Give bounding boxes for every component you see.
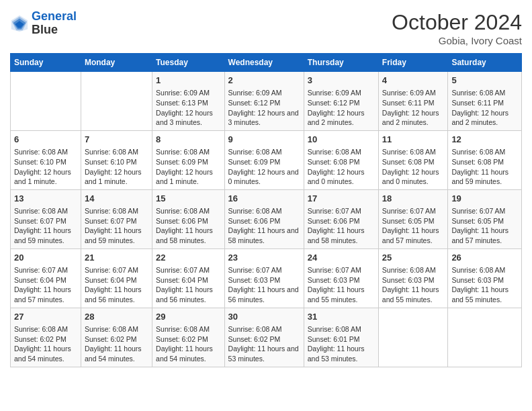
day-content: Sunrise: 6:08 AM: [228, 206, 300, 216]
day-content: Sunrise: 6:09 AM: [156, 88, 221, 98]
day-content: Sunrise: 6:08 AM: [14, 147, 77, 157]
day-content: Daylight: 11 hours and 58 minutes.: [228, 226, 300, 245]
calendar-cell: 29Sunrise: 6:08 AMSunset: 6:02 PMDayligh…: [152, 308, 225, 367]
calendar-cell: 11Sunrise: 6:08 AMSunset: 6:08 PMDayligh…: [378, 130, 448, 189]
calendar-cell: 23Sunrise: 6:07 AMSunset: 6:03 PMDayligh…: [224, 248, 304, 308]
weekday-header: Friday: [378, 54, 448, 72]
logo: General Blue: [10, 10, 77, 37]
day-content: Sunset: 6:07 PM: [14, 216, 77, 226]
day-content: Daylight: 12 hours and 3 minutes.: [156, 108, 221, 128]
calendar-week-row: 6Sunrise: 6:08 AMSunset: 6:10 PMDaylight…: [11, 130, 522, 189]
day-content: Sunset: 6:03 PM: [382, 275, 445, 285]
day-content: Sunrise: 6:08 AM: [14, 206, 77, 216]
calendar-cell: 31Sunrise: 6:08 AMSunset: 6:01 PMDayligh…: [304, 308, 378, 367]
day-number: 6: [14, 134, 77, 146]
day-content: Sunset: 6:09 PM: [228, 157, 300, 167]
weekday-header: Tuesday: [152, 54, 225, 72]
weekday-header: Saturday: [448, 54, 522, 72]
day-number: 5: [451, 75, 518, 87]
day-content: Sunset: 6:11 PM: [451, 98, 518, 108]
calendar-cell: 13Sunrise: 6:08 AMSunset: 6:07 PMDayligh…: [11, 189, 81, 248]
day-number: 25: [382, 252, 445, 264]
weekday-header: Sunday: [11, 54, 81, 72]
day-number: 19: [451, 193, 518, 205]
day-content: Sunset: 6:12 PM: [308, 98, 375, 108]
day-content: Daylight: 11 hours and 54 minutes.: [14, 344, 77, 363]
day-content: Sunset: 6:06 PM: [228, 216, 300, 226]
calendar-cell: 20Sunrise: 6:07 AMSunset: 6:04 PMDayligh…: [11, 248, 81, 308]
day-content: Daylight: 12 hours and 0 minutes.: [382, 167, 445, 187]
weekday-header: Wednesday: [224, 54, 304, 72]
calendar-cell: 26Sunrise: 6:08 AMSunset: 6:03 PMDayligh…: [448, 248, 522, 308]
day-number: 26: [451, 252, 518, 264]
day-content: Sunrise: 6:07 AM: [14, 265, 77, 275]
day-content: Sunrise: 6:08 AM: [308, 147, 375, 157]
day-content: Sunrise: 6:08 AM: [85, 147, 148, 157]
calendar-cell: 12Sunrise: 6:08 AMSunset: 6:08 PMDayligh…: [448, 130, 522, 189]
day-content: Sunrise: 6:07 AM: [308, 265, 375, 275]
day-number: 30: [228, 311, 300, 323]
calendar-cell: 15Sunrise: 6:08 AMSunset: 6:06 PMDayligh…: [152, 189, 225, 248]
calendar-cell: 9Sunrise: 6:08 AMSunset: 6:09 PMDaylight…: [224, 130, 304, 189]
day-content: Daylight: 12 hours and 1 minute.: [14, 167, 77, 187]
day-content: Sunrise: 6:08 AM: [228, 324, 300, 334]
day-content: Sunrise: 6:07 AM: [308, 206, 375, 216]
calendar-cell: 28Sunrise: 6:08 AMSunset: 6:02 PMDayligh…: [81, 308, 152, 367]
calendar-cell: 17Sunrise: 6:07 AMSunset: 6:06 PMDayligh…: [304, 189, 378, 248]
day-content: Daylight: 11 hours and 56 minutes.: [228, 285, 300, 304]
day-content: Sunrise: 6:07 AM: [85, 265, 148, 275]
day-number: 12: [451, 134, 518, 146]
day-content: Daylight: 11 hours and 59 minutes.: [14, 226, 77, 245]
calendar-cell: 21Sunrise: 6:07 AMSunset: 6:04 PMDayligh…: [81, 248, 152, 308]
day-content: Sunset: 6:06 PM: [308, 216, 375, 226]
day-number: 4: [382, 75, 445, 87]
day-content: Daylight: 12 hours and 0 minutes.: [308, 167, 375, 187]
calendar-cell: [81, 72, 152, 131]
day-content: Sunrise: 6:08 AM: [308, 324, 375, 334]
calendar-cell: 24Sunrise: 6:07 AMSunset: 6:03 PMDayligh…: [304, 248, 378, 308]
day-content: Daylight: 11 hours and 56 minutes.: [156, 285, 221, 304]
day-content: Sunset: 6:11 PM: [382, 98, 445, 108]
calendar-week-row: 27Sunrise: 6:08 AMSunset: 6:02 PMDayligh…: [11, 308, 522, 367]
day-number: 29: [156, 311, 221, 323]
day-content: Sunset: 6:03 PM: [228, 275, 300, 285]
weekday-header: Thursday: [304, 54, 378, 72]
day-number: 20: [14, 252, 77, 264]
calendar-cell: 25Sunrise: 6:08 AMSunset: 6:03 PMDayligh…: [378, 248, 448, 308]
day-number: 11: [382, 134, 445, 146]
day-content: Daylight: 11 hours and 59 minutes.: [85, 226, 148, 245]
day-content: Daylight: 12 hours and 2 minutes.: [308, 108, 375, 128]
logo-text: General Blue: [32, 10, 77, 37]
day-content: Sunset: 6:09 PM: [156, 157, 221, 167]
day-content: Sunset: 6:08 PM: [382, 157, 445, 167]
day-content: Sunrise: 6:08 AM: [156, 324, 221, 334]
day-content: Daylight: 11 hours and 55 minutes.: [382, 285, 445, 304]
calendar-cell: 22Sunrise: 6:07 AMSunset: 6:04 PMDayligh…: [152, 248, 225, 308]
day-content: Daylight: 12 hours and 0 minutes.: [228, 167, 300, 187]
day-content: Daylight: 11 hours and 53 minutes.: [308, 344, 375, 363]
day-content: Daylight: 11 hours and 55 minutes.: [451, 285, 518, 304]
day-content: Sunset: 6:04 PM: [156, 275, 221, 285]
calendar-cell: 19Sunrise: 6:07 AMSunset: 6:05 PMDayligh…: [448, 189, 522, 248]
calendar-cell: 4Sunrise: 6:09 AMSunset: 6:11 PMDaylight…: [378, 72, 448, 131]
day-content: Sunset: 6:10 PM: [14, 157, 77, 167]
calendar-cell: 14Sunrise: 6:08 AMSunset: 6:07 PMDayligh…: [81, 189, 152, 248]
calendar-cell: [11, 72, 81, 131]
logo-line2: Blue: [32, 24, 77, 37]
logo-line1: General: [32, 9, 77, 23]
day-content: Sunrise: 6:08 AM: [382, 265, 445, 275]
calendar-table: SundayMondayTuesdayWednesdayThursdayFrid…: [10, 53, 522, 367]
calendar-cell: 2Sunrise: 6:09 AMSunset: 6:12 PMDaylight…: [224, 72, 304, 131]
day-content: Sunset: 6:04 PM: [14, 275, 77, 285]
day-content: Sunrise: 6:08 AM: [451, 265, 518, 275]
day-content: Sunrise: 6:08 AM: [85, 206, 148, 216]
day-content: Sunset: 6:03 PM: [308, 275, 375, 285]
day-content: Sunset: 6:13 PM: [156, 98, 221, 108]
day-number: 16: [228, 193, 300, 205]
day-content: Daylight: 11 hours and 56 minutes.: [85, 285, 148, 304]
day-content: Sunset: 6:04 PM: [85, 275, 148, 285]
day-content: Sunset: 6:10 PM: [85, 157, 148, 167]
day-content: Sunset: 6:12 PM: [228, 98, 300, 108]
day-number: 22: [156, 252, 221, 264]
day-content: Sunset: 6:03 PM: [451, 275, 518, 285]
